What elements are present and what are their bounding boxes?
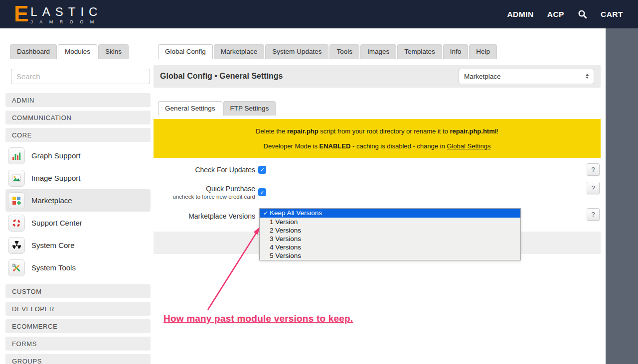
logo-subtext: JAMROOM (30, 19, 102, 24)
warning-banner: Delete the repair.php script from your r… (154, 119, 601, 158)
banner-text: script from your root directory or renam… (319, 127, 450, 135)
sidebar-item-image-support[interactable]: Image Support (5, 167, 151, 189)
main-tabs: Global ConfigMarketplaceSystem UpdatesTo… (158, 44, 601, 59)
search-icon[interactable] (578, 9, 587, 19)
tab-marketplace[interactable]: Marketplace (214, 44, 265, 59)
tab-system-updates[interactable]: System Updates (265, 44, 328, 59)
top-header: E LASTIC JAMROOM ADMINACPCART (0, 0, 638, 28)
tab-dashboard[interactable]: Dashboard (10, 44, 57, 59)
banner-bold-text: repair.php.html (450, 127, 496, 135)
sidebar-group-groups[interactable]: GROUPS (5, 354, 151, 364)
sidebar-group-admin[interactable]: ADMIN (5, 93, 151, 107)
quick-purchase-label: Quick Purchase (154, 184, 255, 194)
tab-info[interactable]: Info (443, 44, 469, 59)
marketplace-versions-help-button[interactable]: ? (587, 208, 600, 221)
banner-line-repair: Delete the repair.php script from your r… (256, 127, 498, 135)
sidebar-item-label: Support Center (31, 219, 82, 227)
settings-sub-tabs: General SettingsFTP Settings (158, 101, 601, 116)
dropdown-option-label: 3 Versions (270, 235, 301, 243)
check-icon: ✓ (263, 209, 270, 218)
radiation-icon (8, 237, 25, 254)
sidebar-item-system-tools[interactable]: System Tools (5, 256, 151, 279)
check-for-updates-label: Check For Updates (154, 165, 255, 175)
page-title: Global Config • General Settings (160, 72, 283, 81)
sidebar-group-core[interactable]: CORE (5, 128, 151, 142)
subtab-general-settings[interactable]: General Settings (158, 101, 222, 116)
logo-text: LASTIC (30, 6, 102, 18)
sidebar-group-forms[interactable]: FORMS (5, 337, 151, 351)
quick-purchase-help-button[interactable]: ? (587, 182, 600, 194)
tools-icon (8, 259, 25, 276)
tab-global-config[interactable]: Global Config (158, 44, 213, 59)
right-background-strip (606, 28, 638, 364)
topnav-acp[interactable]: ACP (547, 10, 564, 19)
sidebar-modules-list: Graph SupportImage SupportMarketplaceSup… (5, 144, 151, 279)
sidebar-groups-bottom: CUSTOMDEVELOPERECOMMERCEFORMSGROUPS (5, 284, 151, 364)
marketplace-versions-label: Marketplace Versions (154, 212, 255, 221)
top-nav: ADMINACPCART (507, 9, 623, 19)
banner-bold-text: repair.php (287, 127, 319, 135)
topnav-admin[interactable]: ADMIN (507, 10, 533, 19)
check-for-updates-checkbox[interactable] (258, 166, 266, 174)
search-input[interactable] (11, 69, 150, 84)
sidebar-item-label: System Core (31, 241, 75, 249)
sidebar-item-label: System Tools (31, 263, 76, 272)
dropdown-option-keep-all-versions[interactable]: ✓Keep All Versions (260, 209, 520, 218)
tab-templates[interactable]: Templates (397, 44, 442, 59)
module-select[interactable]: Marketplace (459, 69, 594, 84)
quick-purchase-sublabel: uncheck to force new credit card (154, 194, 255, 200)
sidebar-group-custom[interactable]: CUSTOM (5, 284, 151, 298)
dropdown-option-label: 5 Versions (270, 252, 301, 259)
tab-tools[interactable]: Tools (329, 44, 359, 59)
sidebar-groups-top: ADMINCOMMUNICATIONCORE (5, 93, 151, 142)
check-for-updates-help-button[interactable]: ? (587, 163, 600, 176)
bar-chart-icon (8, 147, 25, 164)
dropdown-option-label: 1 Version (270, 218, 298, 226)
subtab-ftp-settings[interactable]: FTP Settings (223, 101, 276, 116)
tab-skins[interactable]: Skins (98, 44, 129, 59)
topnav-cart[interactable]: CART (601, 10, 623, 19)
select-stepper-icon (586, 74, 589, 79)
logo-letter-e: E (14, 4, 28, 23)
marketplace-grid-icon (8, 192, 25, 209)
sidebar-group-ecommerce[interactable]: ECOMMERCE (5, 319, 151, 333)
sidebar-group-communication[interactable]: COMMUNICATION (5, 111, 151, 124)
banner-text: Developer Mode is (264, 142, 319, 150)
marketplace-versions-dropdown: ✓Keep All Versions1 Version2 Versions3 V… (259, 208, 521, 260)
elastic-jamroom-logo[interactable]: E LASTIC JAMROOM (14, 4, 102, 24)
dropdown-option-label: 4 Versions (270, 243, 301, 251)
sidebar-item-label: Graph Support (31, 151, 80, 160)
dropdown-option-5-versions[interactable]: 5 Versions (260, 251, 520, 260)
sidebar-item-graph-support[interactable]: Graph Support (5, 144, 151, 167)
dropdown-option-label: 2 Versions (270, 227, 301, 234)
dropdown-option-3-versions[interactable]: 3 Versions (260, 235, 520, 243)
life-buoy-icon (8, 215, 25, 232)
dropdown-option-1-version[interactable]: 1 Version (260, 218, 520, 226)
sidebar: DashboardModulesSkins ADMINCOMMUNICATION… (5, 44, 151, 364)
module-select-value: Marketplace (464, 73, 501, 80)
quick-purchase-checkbox[interactable] (258, 188, 266, 196)
sidebar-item-support-center[interactable]: Support Center (5, 212, 151, 234)
banner-line-developer-mode: Developer Mode is ENABLED - caching is d… (264, 142, 491, 150)
tab-images[interactable]: Images (360, 44, 396, 59)
annotation-text: How many past module versions to keep. (163, 313, 353, 324)
sidebar-tabs: DashboardModulesSkins (10, 44, 151, 59)
dropdown-option-2-versions[interactable]: 2 Versions (260, 226, 520, 235)
banner-bold-text: ENABLED (319, 142, 351, 150)
title-bar: Global Config • General Settings Marketp… (154, 65, 601, 88)
tab-modules[interactable]: Modules (58, 44, 97, 59)
sidebar-item-marketplace[interactable]: Marketplace (5, 189, 151, 212)
global-settings-link[interactable]: Global Settings (447, 142, 490, 150)
sidebar-item-system-core[interactable]: System Core (5, 234, 151, 256)
screen: E LASTIC JAMROOM ADMINACPCART DashboardM… (0, 0, 638, 364)
image-icon (8, 170, 25, 187)
sidebar-item-label: Marketplace (31, 196, 72, 205)
banner-text: ! (496, 127, 498, 135)
banner-text: - caching is disabled - change in (350, 142, 447, 150)
banner-text: Delete the (256, 127, 287, 135)
dropdown-option-label: Keep All Versions (270, 209, 322, 217)
sidebar-group-developer[interactable]: DEVELOPER (5, 302, 151, 316)
sidebar-item-label: Image Support (31, 174, 80, 182)
dropdown-option-4-versions[interactable]: 4 Versions (260, 243, 520, 251)
tab-help[interactable]: Help (469, 44, 497, 59)
